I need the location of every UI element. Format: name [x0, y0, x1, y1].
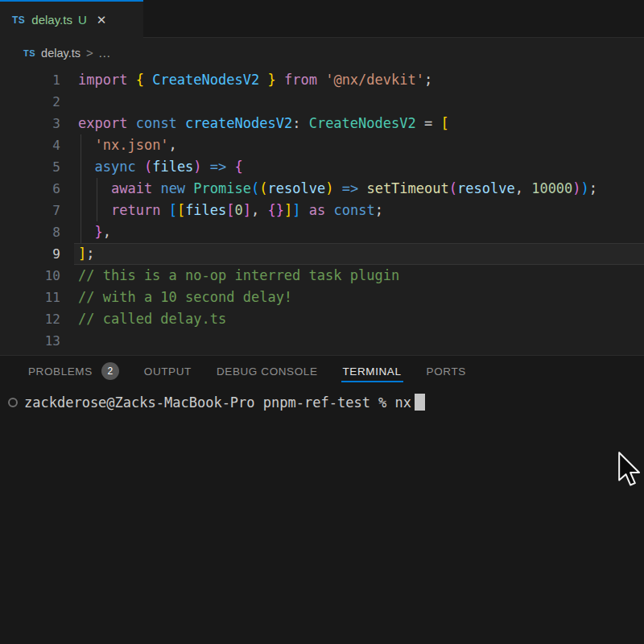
code-line[interactable]: 1import { CreateNodesV2 } from '@nx/devk… — [0, 69, 644, 91]
code-line[interactable]: 8 }, — [0, 221, 644, 243]
line-number: 3 — [0, 113, 60, 134]
code-text: // with a 10 second delay! — [60, 287, 292, 308]
panel-tab-label: OUTPUT — [144, 365, 192, 378]
panel-tab-label: PORTS — [427, 365, 466, 378]
panel-tab-label: PROBLEMS — [28, 365, 93, 378]
code-line[interactable]: 13 — [0, 330, 644, 352]
code-text: import { CreateNodesV2 } from '@nx/devki… — [60, 69, 432, 91]
panel-tab-problems[interactable]: PROBLEMS2 — [28, 356, 119, 386]
editor-tab-bar: TS delay.ts U ✕ — [0, 0, 644, 38]
git-untracked-badge: U — [78, 13, 87, 27]
code-text: }, — [60, 221, 111, 243]
breadcrumb-file[interactable]: delay.ts — [41, 47, 80, 60]
line-number: 1 — [0, 69, 60, 91]
line-number: 10 — [0, 265, 60, 287]
code-text: // this is a no-op interred task plugin — [60, 265, 399, 287]
line-number: 8 — [0, 221, 60, 243]
code-line[interactable]: 3export const createNodesV2: CreateNodes… — [0, 113, 644, 134]
terminal-prompt: zackderose@Zacks-MacBook-Pro pnpm-ref-te… — [24, 394, 411, 411]
tab-label: delay.ts — [31, 13, 72, 27]
panel-tab-bar: PROBLEMS2OUTPUTDEBUG CONSOLETERMINALPORT… — [0, 356, 644, 386]
line-number: 4 — [0, 134, 60, 156]
line-number: 7 — [0, 200, 60, 221]
line-number: 12 — [0, 308, 60, 330]
code-text: 'nx.json', — [60, 134, 177, 156]
line-number: 5 — [0, 156, 60, 178]
code-line[interactable]: 2 — [0, 91, 644, 113]
code-line[interactable]: 5 async (files) => { — [0, 156, 644, 178]
code-text: async (files) => { — [60, 156, 243, 178]
code-text — [60, 330, 78, 352]
code-text: export const createNodesV2: CreateNodesV… — [60, 113, 449, 134]
tab-bar-empty-space — [143, 0, 644, 38]
chevron-right-icon: > — [86, 46, 93, 60]
terminal-command-circle-icon — [8, 398, 18, 407]
code-line[interactable]: 7 return [[files[0], {}]] as const; — [0, 200, 644, 221]
code-text — [60, 91, 78, 113]
problems-count-badge: 2 — [101, 362, 119, 380]
code-line[interactable]: 6 await new Promise((resolve) => setTime… — [0, 178, 644, 200]
code-line[interactable]: 10// this is a no-op interred task plugi… — [0, 265, 644, 287]
code-line[interactable]: 11// with a 10 second delay! — [0, 287, 644, 308]
bottom-panel: PROBLEMS2OUTPUTDEBUG CONSOLETERMINALPORT… — [0, 355, 644, 643]
breadcrumb: TS delay.ts > ... — [0, 38, 644, 68]
panel-tab-ports[interactable]: PORTS — [427, 356, 466, 386]
panel-tab-label: TERMINAL — [343, 365, 402, 378]
terminal[interactable]: zackderose@Zacks-MacBook-Pro pnpm-ref-te… — [0, 386, 644, 411]
code-line[interactable]: 9]; — [0, 243, 644, 265]
breadcrumb-symbol-ellipsis[interactable]: ... — [99, 47, 111, 60]
code-text: return [[files[0], {}]] as const; — [60, 200, 383, 221]
panel-tab-label: DEBUG CONSOLE — [217, 365, 318, 378]
line-number: 11 — [0, 287, 60, 308]
code-text: // called delay.ts — [60, 308, 226, 330]
code-text: await new Promise((resolve) => setTimeou… — [60, 178, 597, 200]
code-editor[interactable]: 1import { CreateNodesV2 } from '@nx/devk… — [0, 68, 644, 355]
typescript-file-icon: TS — [23, 48, 35, 58]
panel-tab-debug-console[interactable]: DEBUG CONSOLE — [217, 356, 318, 386]
code-text: ]; — [60, 243, 95, 265]
line-number: 13 — [0, 330, 60, 352]
terminal-block-cursor — [415, 394, 425, 411]
code-line[interactable]: 12// called delay.ts — [0, 308, 644, 330]
tab-delay-ts[interactable]: TS delay.ts U ✕ — [0, 0, 143, 38]
line-number: 6 — [0, 178, 60, 200]
typescript-file-icon: TS — [12, 14, 25, 26]
close-icon[interactable]: ✕ — [97, 14, 107, 26]
panel-tab-terminal[interactable]: TERMINAL — [343, 356, 402, 386]
panel-tab-output[interactable]: OUTPUT — [144, 356, 192, 386]
code-line[interactable]: 4 'nx.json', — [0, 134, 644, 156]
line-number: 9 — [0, 243, 60, 265]
line-number: 2 — [0, 91, 60, 113]
